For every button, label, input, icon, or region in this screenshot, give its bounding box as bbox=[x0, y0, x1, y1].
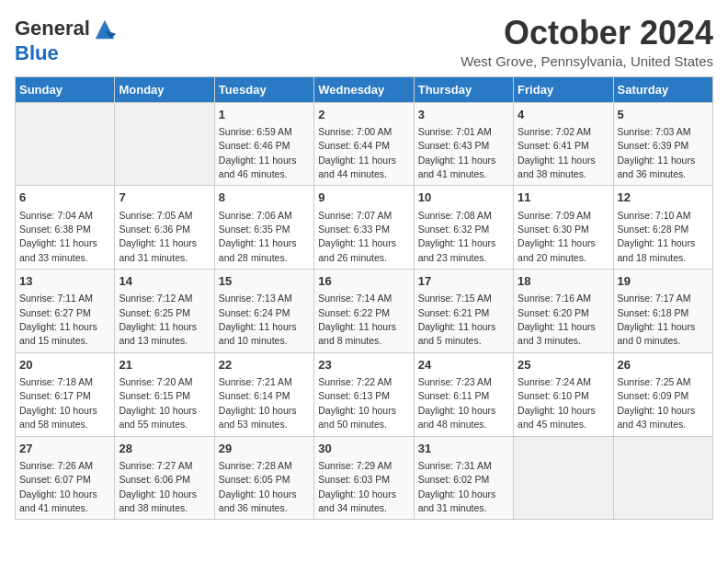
day-cell: 12Sunrise: 7:10 AMSunset: 6:28 PMDayligh… bbox=[613, 186, 712, 270]
day-cell: 31Sunrise: 7:31 AMSunset: 6:02 PMDayligh… bbox=[414, 436, 513, 520]
day-number: 23 bbox=[318, 357, 409, 373]
day-cell: 24Sunrise: 7:23 AMSunset: 6:11 PMDayligh… bbox=[414, 352, 513, 436]
day-cell: 25Sunrise: 7:24 AMSunset: 6:10 PMDayligh… bbox=[514, 352, 613, 436]
day-number: 12 bbox=[618, 190, 709, 206]
header: General Blue October 2024 West Grove, Pe… bbox=[15, 15, 713, 69]
day-cell: 17Sunrise: 7:15 AMSunset: 6:21 PMDayligh… bbox=[414, 270, 513, 353]
day-number: 11 bbox=[518, 190, 609, 206]
day-cell: 8Sunrise: 7:06 AMSunset: 6:35 PMDaylight… bbox=[214, 186, 313, 270]
weekday-header-thursday: Thursday bbox=[414, 76, 513, 102]
day-number: 7 bbox=[119, 190, 210, 206]
day-number: 16 bbox=[318, 273, 409, 290]
day-cell: 6Sunrise: 7:04 AMSunset: 6:38 PMDaylight… bbox=[16, 186, 115, 270]
day-info: Sunrise: 6:59 AMSunset: 6:46 PMDaylight:… bbox=[219, 126, 297, 179]
day-cell: 30Sunrise: 7:29 AMSunset: 6:03 PMDayligh… bbox=[314, 436, 414, 520]
day-cell: 7Sunrise: 7:05 AMSunset: 6:36 PMDaylight… bbox=[115, 186, 214, 270]
day-cell: 13Sunrise: 7:11 AMSunset: 6:27 PMDayligh… bbox=[16, 270, 115, 353]
day-number: 19 bbox=[618, 273, 709, 290]
day-cell: 26Sunrise: 7:25 AMSunset: 6:09 PMDayligh… bbox=[613, 352, 712, 436]
day-number: 2 bbox=[318, 107, 409, 123]
day-cell: 23Sunrise: 7:22 AMSunset: 6:13 PMDayligh… bbox=[314, 352, 414, 436]
weekday-header-friday: Friday bbox=[514, 76, 613, 102]
calendar-table: SundayMondayTuesdayWednesdayThursdayFrid… bbox=[15, 76, 713, 521]
day-info: Sunrise: 7:12 AMSunset: 6:25 PMDaylight:… bbox=[119, 293, 197, 346]
day-number: 27 bbox=[19, 441, 110, 457]
day-info: Sunrise: 7:22 AMSunset: 6:13 PMDaylight:… bbox=[318, 376, 396, 430]
day-cell: 16Sunrise: 7:14 AMSunset: 6:22 PMDayligh… bbox=[314, 270, 414, 353]
week-row-4: 20Sunrise: 7:18 AMSunset: 6:17 PMDayligh… bbox=[16, 352, 713, 436]
day-number: 29 bbox=[219, 441, 310, 457]
day-number: 14 bbox=[119, 273, 210, 290]
day-info: Sunrise: 7:05 AMSunset: 6:36 PMDaylight:… bbox=[119, 210, 197, 263]
day-number: 25 bbox=[518, 357, 609, 373]
day-number: 9 bbox=[318, 190, 409, 206]
day-info: Sunrise: 7:00 AMSunset: 6:44 PMDaylight:… bbox=[318, 126, 396, 179]
day-number: 17 bbox=[418, 273, 509, 290]
weekday-header-row: SundayMondayTuesdayWednesdayThursdayFrid… bbox=[16, 76, 713, 102]
day-cell: 9Sunrise: 7:07 AMSunset: 6:33 PMDaylight… bbox=[314, 186, 414, 270]
day-number: 8 bbox=[219, 190, 310, 206]
day-info: Sunrise: 7:07 AMSunset: 6:33 PMDaylight:… bbox=[318, 210, 396, 263]
week-row-2: 6Sunrise: 7:04 AMSunset: 6:38 PMDaylight… bbox=[16, 186, 713, 270]
day-info: Sunrise: 7:11 AMSunset: 6:27 PMDaylight:… bbox=[19, 293, 97, 346]
day-cell: 15Sunrise: 7:13 AMSunset: 6:24 PMDayligh… bbox=[214, 270, 313, 353]
day-info: Sunrise: 7:14 AMSunset: 6:22 PMDaylight:… bbox=[318, 293, 396, 346]
day-info: Sunrise: 7:10 AMSunset: 6:28 PMDaylight:… bbox=[618, 210, 696, 263]
week-row-1: 1Sunrise: 6:59 AMSunset: 6:46 PMDaylight… bbox=[16, 102, 713, 186]
day-info: Sunrise: 7:06 AMSunset: 6:35 PMDaylight:… bbox=[219, 210, 297, 263]
day-cell: 5Sunrise: 7:03 AMSunset: 6:39 PMDaylight… bbox=[613, 102, 712, 186]
day-cell: 10Sunrise: 7:08 AMSunset: 6:32 PMDayligh… bbox=[414, 186, 513, 270]
day-info: Sunrise: 7:23 AMSunset: 6:11 PMDaylight:… bbox=[418, 376, 496, 430]
day-info: Sunrise: 7:24 AMSunset: 6:10 PMDaylight:… bbox=[518, 376, 596, 430]
month-title: October 2024 bbox=[461, 15, 713, 52]
day-number: 30 bbox=[318, 441, 409, 457]
day-number: 31 bbox=[418, 441, 509, 457]
day-info: Sunrise: 7:09 AMSunset: 6:30 PMDaylight:… bbox=[518, 210, 596, 263]
day-info: Sunrise: 7:25 AMSunset: 6:09 PMDaylight:… bbox=[618, 376, 696, 430]
weekday-header-monday: Monday bbox=[115, 76, 214, 102]
day-cell: 22Sunrise: 7:21 AMSunset: 6:14 PMDayligh… bbox=[214, 352, 313, 436]
day-info: Sunrise: 7:16 AMSunset: 6:20 PMDaylight:… bbox=[518, 293, 596, 346]
day-cell bbox=[613, 436, 712, 520]
week-row-5: 27Sunrise: 7:26 AMSunset: 6:07 PMDayligh… bbox=[16, 436, 713, 520]
day-info: Sunrise: 7:02 AMSunset: 6:41 PMDaylight:… bbox=[518, 126, 596, 179]
day-number: 22 bbox=[219, 357, 310, 373]
day-cell: 3Sunrise: 7:01 AMSunset: 6:43 PMDaylight… bbox=[414, 102, 513, 186]
day-number: 18 bbox=[518, 273, 609, 290]
weekday-header-sunday: Sunday bbox=[16, 76, 115, 102]
day-info: Sunrise: 7:29 AMSunset: 6:03 PMDaylight:… bbox=[318, 460, 396, 513]
day-number: 20 bbox=[19, 357, 110, 373]
day-info: Sunrise: 7:21 AMSunset: 6:14 PMDaylight:… bbox=[219, 376, 297, 430]
day-number: 28 bbox=[119, 441, 210, 457]
day-cell: 11Sunrise: 7:09 AMSunset: 6:30 PMDayligh… bbox=[514, 186, 613, 270]
title-area: October 2024 West Grove, Pennsylvania, U… bbox=[461, 15, 713, 69]
day-number: 13 bbox=[19, 273, 110, 290]
logo-general-text: General bbox=[15, 17, 90, 40]
day-cell: 14Sunrise: 7:12 AMSunset: 6:25 PMDayligh… bbox=[115, 270, 214, 353]
day-number: 10 bbox=[418, 190, 509, 206]
day-info: Sunrise: 7:03 AMSunset: 6:39 PMDaylight:… bbox=[618, 126, 696, 179]
day-number: 5 bbox=[618, 107, 709, 123]
day-info: Sunrise: 7:28 AMSunset: 6:05 PMDaylight:… bbox=[219, 460, 297, 513]
day-number: 3 bbox=[418, 107, 509, 123]
location: West Grove, Pennsylvania, United States bbox=[461, 53, 713, 69]
day-info: Sunrise: 7:08 AMSunset: 6:32 PMDaylight:… bbox=[418, 210, 496, 263]
weekday-header-tuesday: Tuesday bbox=[214, 76, 313, 102]
day-info: Sunrise: 7:15 AMSunset: 6:21 PMDaylight:… bbox=[418, 293, 496, 346]
week-row-3: 13Sunrise: 7:11 AMSunset: 6:27 PMDayligh… bbox=[16, 270, 713, 353]
day-cell: 4Sunrise: 7:02 AMSunset: 6:41 PMDaylight… bbox=[514, 102, 613, 186]
day-info: Sunrise: 7:26 AMSunset: 6:07 PMDaylight:… bbox=[19, 460, 97, 513]
day-info: Sunrise: 7:04 AMSunset: 6:38 PMDaylight:… bbox=[19, 210, 97, 263]
day-cell: 1Sunrise: 6:59 AMSunset: 6:46 PMDaylight… bbox=[214, 102, 313, 186]
day-info: Sunrise: 7:18 AMSunset: 6:17 PMDaylight:… bbox=[19, 376, 97, 430]
day-number: 15 bbox=[219, 273, 310, 290]
day-number: 4 bbox=[518, 107, 609, 123]
day-number: 21 bbox=[119, 357, 210, 373]
day-cell: 21Sunrise: 7:20 AMSunset: 6:15 PMDayligh… bbox=[115, 352, 214, 436]
day-cell: 27Sunrise: 7:26 AMSunset: 6:07 PMDayligh… bbox=[16, 436, 115, 520]
day-cell: 18Sunrise: 7:16 AMSunset: 6:20 PMDayligh… bbox=[514, 270, 613, 353]
day-number: 1 bbox=[219, 107, 310, 123]
day-number: 24 bbox=[418, 357, 509, 373]
day-info: Sunrise: 7:17 AMSunset: 6:18 PMDaylight:… bbox=[618, 293, 696, 346]
logo-blue-text: Blue bbox=[15, 42, 118, 64]
